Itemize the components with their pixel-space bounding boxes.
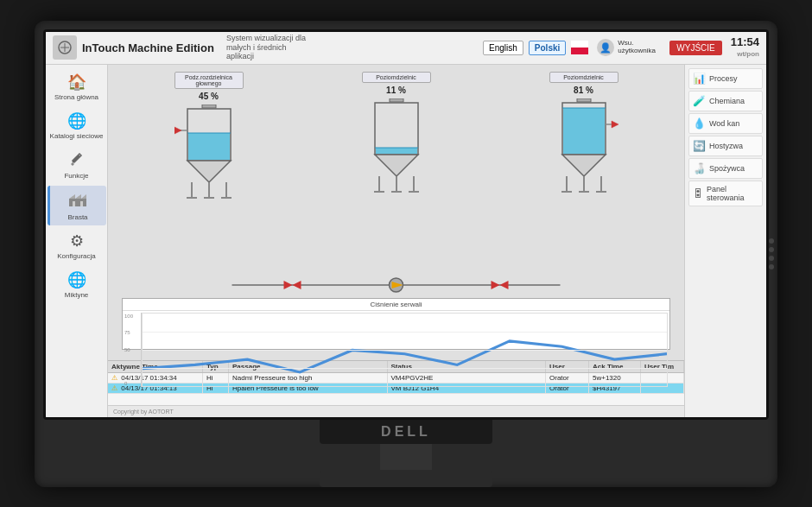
screen-body: 🏠 Strona główna 🌐 Katalogi sieciowe Funk… (46, 65, 766, 417)
sidebar-item-katalogi-sieciowe[interactable]: 🌐 Katalogi sieciowe (48, 107, 106, 144)
svg-rect-4 (571, 48, 588, 54)
procesy-icon: 📊 (693, 73, 706, 85)
svg-marker-57 (500, 281, 509, 289)
tank-3-percent: 81 % (574, 86, 593, 95)
bezel-dot-3 (769, 256, 774, 261)
svg-marker-54 (284, 281, 293, 289)
sidebar-item-miktyne[interactable]: 🌐 Miktyne (48, 266, 106, 303)
footer-bar: Copyright by AOTORT (108, 405, 684, 417)
tank-2-container: Poziomdzielnic 11 % (345, 72, 448, 193)
svg-rect-22 (202, 105, 216, 108)
svg-marker-49 (612, 121, 619, 128)
monitor-bottom: DELL (320, 420, 492, 487)
sidebar-label-funkcje: Funkcje (64, 172, 88, 180)
clock-time: 11:54 (731, 35, 759, 50)
svg-rect-10 (80, 201, 83, 206)
tanks-area: Podz.rozdzielnica głownego 45 % (108, 65, 684, 360)
header-time: 11:54 wt/pon (731, 35, 759, 59)
globe-icon: 🌐 (67, 270, 86, 289)
sidebar-item-brasta[interactable]: Brasta (48, 186, 106, 225)
right-item-procesy[interactable]: 📊 Procesy (688, 68, 763, 89)
svg-rect-40 (563, 108, 605, 154)
right-label-procesy: Procesy (709, 74, 738, 83)
flag-icon (571, 41, 588, 54)
tank-2-svg (362, 98, 431, 193)
svg-marker-38 (562, 155, 606, 176)
right-item-hostyzwa[interactable]: 🔄 Hostyzwa (688, 136, 763, 156)
sidebar-label-brasta: Brasta (67, 213, 87, 221)
sidebar-item-funkcje[interactable]: Funkcje (48, 146, 106, 184)
svg-rect-28 (376, 148, 417, 154)
sidebar-left: 🏠 Strona główna 🌐 Katalogi sieciowe Funk… (46, 65, 108, 417)
lang-pl-button[interactable]: Polski (529, 41, 566, 55)
monitor-screen: InTouch Machine Edition System wizualiza… (43, 29, 769, 420)
spozywca-icon: 🍶 (693, 162, 706, 174)
chart-area: Ciśnienie serwali 100 75 50 25 0 (122, 298, 670, 350)
svg-marker-26 (375, 155, 418, 176)
right-item-wod-kan[interactable]: 💧 Wod kan (688, 113, 763, 134)
pipeline-svg (124, 276, 669, 295)
user-avatar-icon: 👤 (597, 39, 614, 56)
chemiana-icon: 🧪 (693, 95, 706, 107)
tanks-row: Podz.rozdzielnica głownego 45 % (115, 72, 677, 276)
monitor-brand-label: DELL (320, 420, 492, 444)
monitor-stand-base (320, 470, 492, 487)
user-info: 👤 Wsu. użytkownika (597, 39, 661, 56)
svg-rect-36 (390, 98, 403, 102)
tank-1-percent: 45 % (199, 92, 219, 101)
network-icon: 🌐 (67, 111, 86, 130)
user-label: Wsu. użytkownika (618, 40, 661, 55)
sidebar-label-miktyne: Miktyne (65, 291, 89, 299)
factory-icon (68, 190, 87, 212)
sidebar-label-strona-glowna: Strona główna (54, 93, 98, 101)
svg-marker-55 (293, 281, 301, 289)
tank-1-label: Podz.rozdzielnica głownego (174, 72, 244, 89)
app-title: InTouch Machine Edition (82, 41, 214, 54)
tank-1-svg (174, 105, 244, 200)
pipeline-row (124, 276, 669, 295)
tank-2-label: Poziomdzielnic (362, 72, 431, 83)
lang-en-button[interactable]: English (483, 41, 523, 55)
panel-sterowania-icon: 🎛 (693, 187, 703, 200)
main-content: Podz.rozdzielnica głownego 45 % (108, 65, 684, 417)
right-item-chemiana[interactable]: 🧪 Chemiana (688, 91, 763, 111)
logout-button[interactable]: WYJŚCIE (669, 41, 721, 55)
svg-rect-48 (577, 98, 591, 102)
sidebar-label-katalogi-sieciowe: Katalogi sieciowe (50, 132, 104, 140)
monitor-stand-neck (380, 444, 432, 470)
svg-marker-8 (81, 194, 86, 199)
alarm-1-warning-icon: ⚠ (111, 374, 117, 382)
chart-title: Ciśnienie serwali (123, 299, 669, 311)
app-logo-icon (53, 35, 77, 60)
right-label-wod-kan: Wod kan (709, 119, 739, 128)
svg-marker-6 (69, 194, 75, 199)
bezel-dot-1 (769, 238, 774, 244)
right-label-spozywca: Spożywca (709, 164, 745, 173)
svg-rect-25 (375, 103, 418, 155)
tools-icon (69, 150, 85, 170)
alarm-2-warning-icon: ⚠ (111, 384, 117, 392)
app-subtitle: System wizualizacji dla małych i średnic… (226, 34, 313, 61)
svg-rect-14 (188, 133, 230, 160)
svg-rect-5 (69, 199, 86, 206)
language-selector: English Polski (483, 41, 588, 55)
copyright-text: Copyright by AOTORT (113, 409, 174, 415)
sidebar-label-konfiguracja: Konfiguracja (57, 252, 95, 260)
clock-date: wt/pon (731, 50, 759, 59)
svg-marker-56 (492, 281, 500, 289)
tank-3-label: Poziomdzielnic (549, 72, 619, 83)
sidebar-item-strona-glowna[interactable]: 🏠 Strona główna (48, 68, 106, 105)
right-item-panel-sterowania[interactable]: 🎛 Panel sterowania (688, 181, 763, 206)
wod-kan-icon: 💧 (693, 117, 706, 130)
tank-1-container: Podz.rozdzielnica głownego 45 % (157, 72, 261, 200)
hostyzwa-icon: 🔄 (693, 140, 706, 152)
bezel-dot-4 (769, 264, 774, 269)
tank-3-svg (549, 98, 619, 193)
right-item-spozywca[interactable]: 🍶 Spożywca (688, 158, 763, 179)
sidebar-item-konfiguracja[interactable]: ⚙ Konfiguracja (48, 227, 106, 264)
screen-header: InTouch Machine Edition System wizualiza… (46, 32, 766, 65)
sidebar-right: 📊 Procesy 🧪 Chemiana 💧 Wod kan 🔄 Hostyzw… (684, 65, 766, 417)
svg-marker-7 (75, 194, 81, 199)
svg-rect-9 (73, 201, 75, 206)
svg-marker-24 (174, 127, 181, 134)
